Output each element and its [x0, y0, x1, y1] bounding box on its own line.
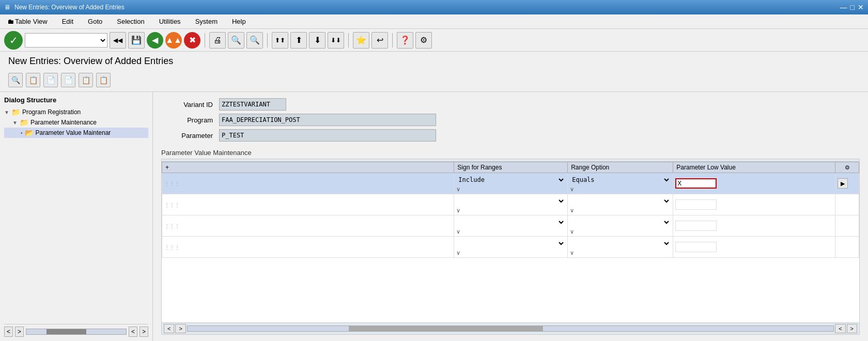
- tree-label-param-maintenance: Parameter Maintenance: [30, 119, 97, 126]
- confirm-button[interactable]: ✓: [4, 31, 23, 50]
- page-title: New Entries: Overview of Added Entries: [8, 56, 860, 67]
- range-cell[interactable]: Equals Between ∨: [568, 237, 673, 258]
- scroll-up-all-button[interactable]: ⬆⬆: [272, 32, 288, 49]
- print-button[interactable]: 🖨: [209, 32, 226, 49]
- variant-id-input[interactable]: [219, 98, 286, 111]
- title-bar-text: New Entries: Overview of Added Entries: [14, 4, 125, 11]
- program-input[interactable]: [219, 114, 436, 126]
- sign-select-empty[interactable]: Include Exclude: [456, 216, 565, 228]
- range-cell[interactable]: Equals Between Greater Than Less Than ∨: [568, 173, 673, 194]
- table-scroll-right2[interactable]: >: [847, 324, 857, 333]
- menu-item-help[interactable]: Help: [229, 16, 249, 27]
- col-header-plus: +: [162, 162, 454, 173]
- tree-item-param-maintenance[interactable]: ▼ 📁 Parameter Maintenance: [4, 117, 148, 128]
- sign-select[interactable]: Include Exclude: [456, 174, 565, 185]
- table-row: ⋮⋮⋮ Include Exclude ∨ Equals Between Gre…: [162, 173, 859, 194]
- action-cell[interactable]: [835, 194, 859, 215]
- sec-btn-copy4[interactable]: 📋: [79, 73, 93, 87]
- low-value-input-empty[interactable]: [675, 221, 717, 231]
- app-icon: 🖥: [4, 4, 10, 11]
- sign-cell[interactable]: Include Exclude ∨: [454, 173, 568, 194]
- range-select-empty[interactable]: Equals Between: [570, 238, 671, 249]
- back-button[interactable]: ◀: [147, 32, 163, 49]
- sidebar-scroll-left2[interactable]: <: [129, 327, 137, 337]
- low-value-cell[interactable]: [673, 237, 835, 258]
- sec-btn-copy3[interactable]: 📄: [61, 73, 75, 87]
- range-cell[interactable]: Equals Between ∨: [568, 194, 673, 215]
- sign-cell[interactable]: Include Exclude ∨: [454, 237, 568, 258]
- separator-1: [205, 33, 205, 48]
- sidebar-scroll-right[interactable]: >: [15, 327, 24, 337]
- action-cell[interactable]: [835, 215, 859, 237]
- variant-id-label: Variant ID: [161, 101, 213, 109]
- up-button[interactable]: ▲▲: [165, 32, 182, 49]
- table-scroll-left[interactable]: <: [164, 324, 174, 333]
- tree-item-program-reg[interactable]: ▼ 📁 Program Registration: [4, 107, 148, 117]
- menu-item-table-view[interactable]: 🖿 Table View: [4, 16, 51, 27]
- menu-item-utilities[interactable]: Utilities: [156, 16, 184, 27]
- toolbar-dropdown[interactable]: [25, 33, 107, 48]
- first-page-button[interactable]: ◀◀: [110, 32, 126, 49]
- action-cell[interactable]: [835, 237, 859, 258]
- settings-button[interactable]: ⚙: [415, 32, 432, 49]
- table-inner: + Sign for Ranges Range Option Parameter…: [162, 162, 859, 322]
- return-button[interactable]: ↩: [371, 32, 388, 49]
- range-select[interactable]: Equals Between Greater Than Less Than: [570, 174, 671, 185]
- separator-4: [392, 33, 393, 48]
- tree-item-param-value[interactable]: • 📂 Parameter Value Maintenar: [4, 128, 148, 138]
- sec-btn-copy5[interactable]: 📋: [96, 73, 111, 87]
- low-value-input[interactable]: [675, 178, 717, 189]
- table-scroll-right[interactable]: >: [175, 324, 185, 333]
- low-value-cell[interactable]: [673, 194, 835, 215]
- sign-select-empty[interactable]: Include Exclude: [456, 238, 565, 249]
- sec-btn-search[interactable]: 🔍: [8, 73, 23, 87]
- minimize-button[interactable]: —: [840, 3, 847, 11]
- menu-item-edit[interactable]: Edit: [59, 16, 76, 27]
- table-row: ⋮⋮⋮ Include Exclude ∨ Equals Between ∨: [162, 194, 859, 215]
- action-cell[interactable]: ▶: [835, 173, 859, 194]
- parameter-input[interactable]: [219, 129, 436, 142]
- save-button[interactable]: 💾: [128, 32, 145, 49]
- table-scroll-left2[interactable]: <: [835, 324, 845, 333]
- close-button[interactable]: ✕: [858, 3, 864, 11]
- sidebar-scroll-right2[interactable]: >: [140, 327, 148, 337]
- page-title-area: New Entries: Overview of Added Entries: [0, 52, 868, 71]
- maximize-button[interactable]: □: [850, 3, 855, 11]
- row-selector-cell: ⋮⋮⋮: [162, 194, 454, 215]
- range-cell[interactable]: Equals Between ∨: [568, 215, 673, 237]
- table-row: ⋮⋮⋮ Include Exclude ∨ Equals Between ∨: [162, 237, 859, 258]
- sidebar-scroll-left[interactable]: <: [4, 327, 13, 337]
- sign-select-empty[interactable]: Include Exclude: [456, 195, 565, 207]
- sec-btn-copy1[interactable]: 📋: [26, 73, 40, 87]
- find-button[interactable]: 🔍: [228, 32, 244, 49]
- tree-label-param-value: Parameter Value Maintenar: [36, 129, 111, 136]
- sign-cell[interactable]: Include Exclude ∨: [454, 194, 568, 215]
- row-selector-cell: ⋮⋮⋮: [162, 173, 454, 194]
- menu-item-selection[interactable]: Selection: [114, 16, 147, 27]
- col-header-sign: Sign for Ranges: [454, 162, 568, 173]
- low-value-input-empty[interactable]: [675, 199, 717, 210]
- scroll-up-button[interactable]: ⬆: [290, 32, 307, 49]
- menu-item-goto[interactable]: Goto: [85, 16, 105, 27]
- sign-cell[interactable]: Include Exclude ∨: [454, 215, 568, 237]
- low-value-cell[interactable]: [673, 215, 835, 237]
- range-select-empty[interactable]: Equals Between: [570, 216, 671, 228]
- find-next-button[interactable]: 🔍: [246, 32, 263, 49]
- right-panel: Variant ID Program Parameter Parameter V…: [153, 92, 868, 341]
- separator-2: [267, 33, 268, 48]
- scroll-down-button[interactable]: ⬇: [309, 32, 326, 49]
- scroll-down-all-button[interactable]: ⬇⬇: [328, 32, 344, 49]
- bookmark-button[interactable]: ⭐: [353, 32, 369, 49]
- folder-open-icon-2: 📁: [20, 118, 28, 127]
- cancel-button[interactable]: ✖: [184, 32, 200, 49]
- section-header: Parameter Value Maintenance: [161, 149, 860, 157]
- low-value-cell[interactable]: [673, 173, 835, 194]
- sec-btn-copy2[interactable]: 📄: [43, 73, 58, 87]
- menu-item-system[interactable]: System: [192, 16, 221, 27]
- low-value-input-empty[interactable]: [675, 242, 717, 252]
- help-button[interactable]: ❓: [397, 32, 413, 49]
- col-header-low: Parameter Low Value: [673, 162, 835, 173]
- range-select-empty[interactable]: Equals Between: [570, 195, 671, 207]
- folder-open-icon: 📁: [11, 108, 20, 116]
- row-action-button[interactable]: ▶: [838, 178, 848, 189]
